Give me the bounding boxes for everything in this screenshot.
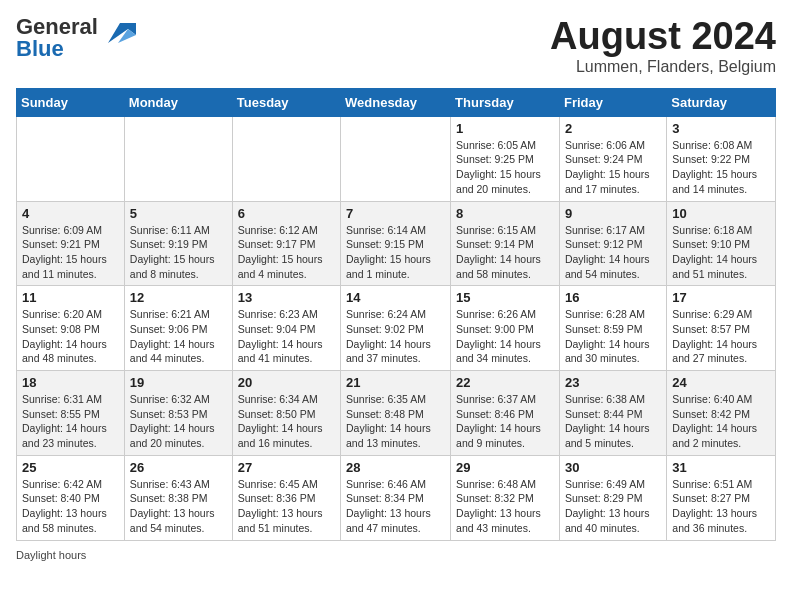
day-info: Sunrise: 6:40 AM Sunset: 8:42 PM Dayligh… [672, 392, 770, 451]
calendar-cell: 9Sunrise: 6:17 AM Sunset: 9:12 PM Daylig… [559, 201, 666, 286]
calendar-cell: 7Sunrise: 6:14 AM Sunset: 9:15 PM Daylig… [341, 201, 451, 286]
calendar-cell [17, 116, 125, 201]
day-info: Sunrise: 6:09 AM Sunset: 9:21 PM Dayligh… [22, 223, 119, 282]
day-number: 16 [565, 290, 661, 305]
day-number: 27 [238, 460, 335, 475]
calendar-cell [124, 116, 232, 201]
calendar-week-row: 4Sunrise: 6:09 AM Sunset: 9:21 PM Daylig… [17, 201, 776, 286]
calendar-cell: 19Sunrise: 6:32 AM Sunset: 8:53 PM Dayli… [124, 371, 232, 456]
day-info: Sunrise: 6:42 AM Sunset: 8:40 PM Dayligh… [22, 477, 119, 536]
day-number: 20 [238, 375, 335, 390]
day-number: 17 [672, 290, 770, 305]
calendar-header: SundayMondayTuesdayWednesdayThursdayFrid… [17, 88, 776, 116]
day-info: Sunrise: 6:11 AM Sunset: 9:19 PM Dayligh… [130, 223, 227, 282]
day-number: 8 [456, 206, 554, 221]
location: Lummen, Flanders, Belgium [550, 58, 776, 76]
day-number: 21 [346, 375, 445, 390]
day-number: 7 [346, 206, 445, 221]
day-info: Sunrise: 6:18 AM Sunset: 9:10 PM Dayligh… [672, 223, 770, 282]
day-info: Sunrise: 6:29 AM Sunset: 8:57 PM Dayligh… [672, 307, 770, 366]
day-info: Sunrise: 6:48 AM Sunset: 8:32 PM Dayligh… [456, 477, 554, 536]
header: General Blue August 2024 Lummen, Flander… [16, 16, 776, 76]
day-info: Sunrise: 6:31 AM Sunset: 8:55 PM Dayligh… [22, 392, 119, 451]
calendar-cell: 21Sunrise: 6:35 AM Sunset: 8:48 PM Dayli… [341, 371, 451, 456]
calendar-week-row: 18Sunrise: 6:31 AM Sunset: 8:55 PM Dayli… [17, 371, 776, 456]
day-number: 22 [456, 375, 554, 390]
day-of-week-header: Sunday [17, 88, 125, 116]
day-number: 12 [130, 290, 227, 305]
day-number: 18 [22, 375, 119, 390]
day-info: Sunrise: 6:38 AM Sunset: 8:44 PM Dayligh… [565, 392, 661, 451]
day-info: Sunrise: 6:12 AM Sunset: 9:17 PM Dayligh… [238, 223, 335, 282]
day-info: Sunrise: 6:05 AM Sunset: 9:25 PM Dayligh… [456, 138, 554, 197]
calendar-cell: 30Sunrise: 6:49 AM Sunset: 8:29 PM Dayli… [559, 455, 666, 540]
calendar-cell: 10Sunrise: 6:18 AM Sunset: 9:10 PM Dayli… [667, 201, 776, 286]
day-number: 14 [346, 290, 445, 305]
day-info: Sunrise: 6:32 AM Sunset: 8:53 PM Dayligh… [130, 392, 227, 451]
day-info: Sunrise: 6:34 AM Sunset: 8:50 PM Dayligh… [238, 392, 335, 451]
calendar-cell: 6Sunrise: 6:12 AM Sunset: 9:17 PM Daylig… [232, 201, 340, 286]
day-number: 31 [672, 460, 770, 475]
day-of-week-header: Monday [124, 88, 232, 116]
day-number: 11 [22, 290, 119, 305]
calendar-cell: 4Sunrise: 6:09 AM Sunset: 9:21 PM Daylig… [17, 201, 125, 286]
calendar-cell: 26Sunrise: 6:43 AM Sunset: 8:38 PM Dayli… [124, 455, 232, 540]
calendar-cell: 23Sunrise: 6:38 AM Sunset: 8:44 PM Dayli… [559, 371, 666, 456]
calendar-cell: 24Sunrise: 6:40 AM Sunset: 8:42 PM Dayli… [667, 371, 776, 456]
day-info: Sunrise: 6:15 AM Sunset: 9:14 PM Dayligh… [456, 223, 554, 282]
day-of-week-header: Friday [559, 88, 666, 116]
daylight-label: Daylight hours [16, 549, 86, 561]
calendar-cell: 28Sunrise: 6:46 AM Sunset: 8:34 PM Dayli… [341, 455, 451, 540]
day-number: 23 [565, 375, 661, 390]
calendar-cell: 8Sunrise: 6:15 AM Sunset: 9:14 PM Daylig… [451, 201, 560, 286]
calendar-week-row: 11Sunrise: 6:20 AM Sunset: 9:08 PM Dayli… [17, 286, 776, 371]
calendar-cell: 14Sunrise: 6:24 AM Sunset: 9:02 PM Dayli… [341, 286, 451, 371]
day-info: Sunrise: 6:20 AM Sunset: 9:08 PM Dayligh… [22, 307, 119, 366]
title-area: August 2024 Lummen, Flanders, Belgium [550, 16, 776, 76]
day-info: Sunrise: 6:26 AM Sunset: 9:00 PM Dayligh… [456, 307, 554, 366]
calendar-cell: 27Sunrise: 6:45 AM Sunset: 8:36 PM Dayli… [232, 455, 340, 540]
calendar-cell: 3Sunrise: 6:08 AM Sunset: 9:22 PM Daylig… [667, 116, 776, 201]
day-info: Sunrise: 6:51 AM Sunset: 8:27 PM Dayligh… [672, 477, 770, 536]
calendar-cell: 17Sunrise: 6:29 AM Sunset: 8:57 PM Dayli… [667, 286, 776, 371]
calendar-cell: 13Sunrise: 6:23 AM Sunset: 9:04 PM Dayli… [232, 286, 340, 371]
day-of-week-header: Tuesday [232, 88, 340, 116]
day-number: 29 [456, 460, 554, 475]
calendar-cell: 20Sunrise: 6:34 AM Sunset: 8:50 PM Dayli… [232, 371, 340, 456]
day-of-week-header: Wednesday [341, 88, 451, 116]
day-number: 3 [672, 121, 770, 136]
logo: General Blue [16, 16, 136, 60]
day-info: Sunrise: 6:08 AM Sunset: 9:22 PM Dayligh… [672, 138, 770, 197]
calendar-cell: 11Sunrise: 6:20 AM Sunset: 9:08 PM Dayli… [17, 286, 125, 371]
day-of-week-header: Thursday [451, 88, 560, 116]
calendar-cell: 2Sunrise: 6:06 AM Sunset: 9:24 PM Daylig… [559, 116, 666, 201]
logo-text: General Blue [16, 16, 98, 60]
day-number: 6 [238, 206, 335, 221]
day-number: 1 [456, 121, 554, 136]
day-info: Sunrise: 6:35 AM Sunset: 8:48 PM Dayligh… [346, 392, 445, 451]
calendar-cell: 31Sunrise: 6:51 AM Sunset: 8:27 PM Dayli… [667, 455, 776, 540]
calendar-cell: 12Sunrise: 6:21 AM Sunset: 9:06 PM Dayli… [124, 286, 232, 371]
day-number: 30 [565, 460, 661, 475]
day-info: Sunrise: 6:17 AM Sunset: 9:12 PM Dayligh… [565, 223, 661, 282]
calendar-cell: 1Sunrise: 6:05 AM Sunset: 9:25 PM Daylig… [451, 116, 560, 201]
day-info: Sunrise: 6:24 AM Sunset: 9:02 PM Dayligh… [346, 307, 445, 366]
day-info: Sunrise: 6:06 AM Sunset: 9:24 PM Dayligh… [565, 138, 661, 197]
day-info: Sunrise: 6:45 AM Sunset: 8:36 PM Dayligh… [238, 477, 335, 536]
day-number: 2 [565, 121, 661, 136]
day-info: Sunrise: 6:46 AM Sunset: 8:34 PM Dayligh… [346, 477, 445, 536]
day-number: 26 [130, 460, 227, 475]
calendar-week-row: 1Sunrise: 6:05 AM Sunset: 9:25 PM Daylig… [17, 116, 776, 201]
calendar-table: SundayMondayTuesdayWednesdayThursdayFrid… [16, 88, 776, 541]
day-number: 13 [238, 290, 335, 305]
day-info: Sunrise: 6:14 AM Sunset: 9:15 PM Dayligh… [346, 223, 445, 282]
month-title: August 2024 [550, 16, 776, 58]
calendar-week-row: 25Sunrise: 6:42 AM Sunset: 8:40 PM Dayli… [17, 455, 776, 540]
calendar-cell: 16Sunrise: 6:28 AM Sunset: 8:59 PM Dayli… [559, 286, 666, 371]
calendar-cell: 15Sunrise: 6:26 AM Sunset: 9:00 PM Dayli… [451, 286, 560, 371]
day-number: 15 [456, 290, 554, 305]
logo-icon [100, 15, 136, 51]
day-number: 4 [22, 206, 119, 221]
day-number: 19 [130, 375, 227, 390]
logo-blue: Blue [16, 36, 64, 61]
